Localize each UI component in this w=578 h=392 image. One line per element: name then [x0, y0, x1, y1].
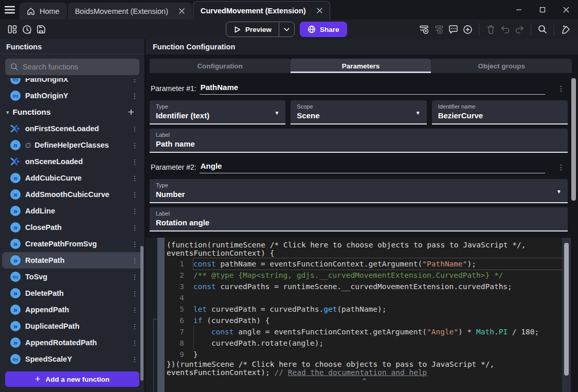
minimize-button[interactable]	[507, 0, 531, 20]
function-list-item[interactable]: f(x)SpeedScaleY⋮	[2, 351, 142, 367]
parameter-menu-button[interactable]: ⋮	[555, 84, 567, 93]
item-menu-button[interactable]: ⋮	[131, 339, 138, 347]
function-list-item[interactable]: »AddCubicCurve⋮	[2, 170, 142, 186]
undo-icon[interactable]	[498, 22, 512, 37]
parameter-name-input[interactable]: PathName	[200, 83, 545, 95]
function-list-item[interactable]: onSceneLoaded⋮	[2, 153, 142, 170]
label-field[interactable]: Label Rotation angle	[150, 207, 568, 231]
function-list-item[interactable]: »CreatePathFromSvg⋮	[2, 236, 142, 252]
type-select[interactable]: Type Identifier (text) ▼	[150, 100, 285, 124]
search-icon[interactable]	[535, 22, 550, 37]
tab-home[interactable]: Home	[20, 3, 67, 20]
parameter-name-input[interactable]: Angle	[200, 162, 545, 173]
item-menu-button[interactable]: ⋮	[131, 78, 138, 83]
function-list-item[interactable]: »AppendRotatedPath⋮	[2, 334, 142, 351]
redo-icon[interactable]	[512, 22, 527, 37]
version-history-icon[interactable]	[20, 22, 34, 37]
code-scrollbar-thumb[interactable]	[564, 243, 569, 376]
item-menu-button[interactable]: ⋮	[131, 224, 138, 231]
type-select[interactable]: Type Number ▼	[150, 179, 568, 203]
function-list-item[interactable]: »ClosePath⋮	[2, 219, 142, 236]
code-line[interactable]: 1const pathName = eventsFunctionContext.…	[167, 258, 562, 270]
collapse-triangle-icon[interactable]: ▾	[6, 109, 9, 116]
item-menu-button[interactable]: ⋮	[131, 141, 138, 149]
tab-object-groups[interactable]: Object groups	[431, 59, 572, 73]
function-list-item[interactable]: onFirstSceneLoaded⋮	[2, 120, 142, 137]
item-menu-button[interactable]: ⋮	[131, 207, 138, 215]
item-menu-button[interactable]: ⋮	[131, 191, 138, 199]
function-list-item[interactable]: »DeletePath⋮	[2, 285, 142, 301]
code-line[interactable]: 8 curvedPath.rotate(angle);	[167, 337, 562, 349]
code-footer-line[interactable]: })(runtimeScene /* Click here to choose …	[167, 360, 562, 368]
item-menu-button[interactable]: ⋮	[131, 125, 138, 133]
search-functions-input[interactable]	[23, 63, 134, 71]
sidebar-scrollbar[interactable]	[140, 246, 143, 381]
item-menu-button[interactable]: ⋮	[131, 323, 138, 330]
tab-configuration[interactable]: Configuration	[150, 59, 291, 73]
function-list-item[interactable]: »DuplicatedPath⋮	[2, 318, 142, 334]
share-button[interactable]: Share	[300, 22, 347, 37]
search-functions-box[interactable]	[5, 59, 139, 75]
item-menu-button[interactable]: ⋮	[131, 158, 138, 166]
code-event-handle[interactable]	[157, 238, 165, 392]
code-line[interactable]: 5let curvedPath = curvedPaths.get(pathNa…	[167, 304, 562, 315]
add-comment-icon[interactable]	[446, 22, 460, 37]
function-list-item[interactable]: »AddSmoothCubicCurve⋮	[2, 186, 142, 203]
scope-select[interactable]: Scope Scene ▼	[291, 100, 426, 124]
tab-curvedmovement[interactable]: CurvedMovement (Extension)	[193, 1, 330, 20]
item-menu-button[interactable]: ⋮	[131, 273, 138, 281]
code-line[interactable]: 4	[167, 292, 562, 304]
preview-dropdown-button[interactable]	[279, 22, 294, 37]
expand-caret[interactable]: ^	[167, 377, 562, 386]
function-name: ClosePath	[25, 223, 127, 231]
function-list-item[interactable]: »AddLine⋮	[2, 203, 142, 219]
function-list-item[interactable]: f(x)PathOriginX⋮	[2, 78, 142, 87]
code-scrollbar[interactable]	[562, 238, 571, 392]
function-list-item[interactable]: »AppendPath⋮	[2, 301, 142, 318]
item-menu-button[interactable]: ⋮	[131, 355, 138, 363]
panel-title: Function Configuration	[146, 39, 578, 55]
save-icon[interactable]	[34, 22, 48, 37]
code-editor[interactable]: (function(runtimeScene /* Click here to …	[165, 238, 562, 392]
edit-extension-icon[interactable]	[558, 22, 573, 37]
code-line[interactable]: 6if (curvedPath) {	[167, 315, 562, 326]
code-header-line[interactable]: (function(runtimeScene /* Click here to …	[167, 241, 562, 249]
add-event-icon[interactable]	[417, 22, 431, 37]
code-line[interactable]: 9}	[167, 349, 562, 360]
function-list-item[interactable]: f(x)ToSvg⋮	[2, 269, 142, 285]
item-menu-button[interactable]: ⋮	[131, 290, 138, 297]
add-circle-icon[interactable]	[460, 22, 475, 37]
preview-button[interactable]: Preview	[226, 22, 295, 37]
delete-icon[interactable]	[483, 22, 498, 37]
function-list-item[interactable]: »∅DefineHelperClasses⋮	[2, 137, 142, 153]
close-tab-icon[interactable]	[317, 8, 322, 13]
item-menu-button[interactable]: ⋮	[131, 92, 138, 100]
item-menu-button[interactable]: ⋮	[131, 257, 138, 264]
item-menu-button[interactable]: ⋮	[131, 174, 138, 182]
toolbar-divider	[479, 23, 479, 35]
item-menu-button[interactable]: ⋮	[131, 306, 138, 314]
function-list-item[interactable]: f(x)PathOriginY⋮	[2, 87, 142, 104]
add-subevent-icon[interactable]	[431, 22, 446, 37]
add-new-function-button[interactable]: + Add a new function	[5, 371, 139, 387]
add-function-plus-icon[interactable]: +	[125, 106, 137, 118]
item-menu-button[interactable]: ⋮	[131, 240, 138, 248]
identifier-name-field[interactable]: Identifier name BezierCurve	[432, 100, 568, 124]
parameters-scrollbar[interactable]	[571, 78, 576, 201]
function-list-item[interactable]: »RotatePath⋮	[2, 252, 142, 269]
code-line[interactable]: 7 const angle = eventsFunctionContext.ge…	[167, 326, 562, 337]
hamburger-menu-icon[interactable]	[0, 0, 20, 20]
label-field[interactable]: Label Path name	[150, 129, 568, 153]
open-project-manager-icon[interactable]	[5, 22, 20, 37]
code-line[interactable]: 2/** @type {Map<string, gdjs.__curvedMov…	[167, 270, 562, 281]
documentation-link[interactable]: Read the documentation and help	[288, 368, 427, 377]
functions-section-header[interactable]: ▾ Functions +	[2, 104, 142, 120]
code-lines[interactable]: 1const pathName = eventsFunctionContext.…	[167, 258, 562, 360]
tab-parameters[interactable]: Parameters	[291, 59, 431, 73]
maximize-button[interactable]	[531, 0, 554, 20]
close-window-button[interactable]	[554, 0, 578, 20]
close-tab-icon[interactable]	[179, 8, 185, 14]
code-line[interactable]: 3const curvedPaths = runtimeScene.__curv…	[167, 281, 562, 292]
tab-boidsmovement[interactable]: BoidsMovement (Extension)	[68, 3, 192, 20]
parameter-menu-button[interactable]: ⋮	[555, 163, 567, 171]
